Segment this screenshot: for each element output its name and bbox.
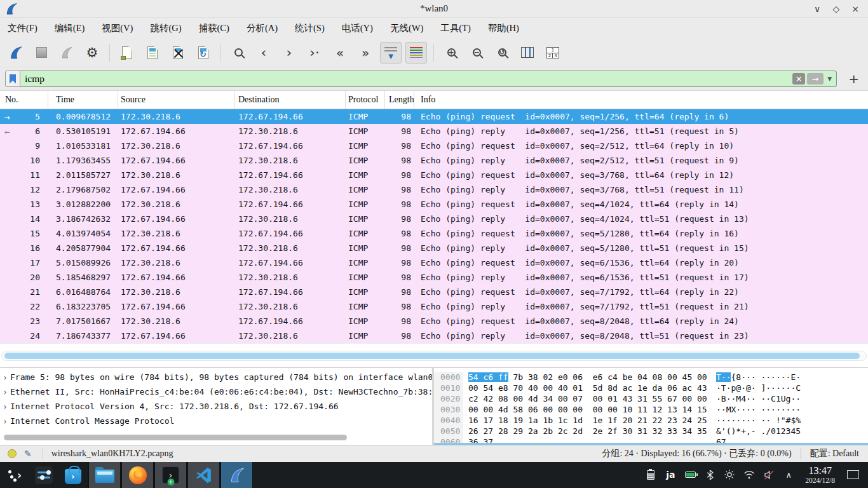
menu-item[interactable]: 分析(A) <box>247 22 278 34</box>
filter-apply-button[interactable]: ➞ <box>807 73 824 85</box>
auto-scroll-button[interactable]: ▼ <box>380 42 402 64</box>
column-header[interactable]: Time <box>48 91 118 109</box>
packet-row[interactable]: 24 7.186743377 172.67.194.66 172.30.218.… <box>0 329 868 343</box>
firefox-task-button[interactable] <box>121 462 154 488</box>
last-packet-button[interactable]: » <box>355 42 376 64</box>
clipboard-tray-icon[interactable] <box>644 470 658 480</box>
hex-row[interactable]: 0000 54 c6 ff 7b 38 02 e0 06 e6 c4 be 04… <box>434 372 868 383</box>
bluetooth-tray-icon[interactable] <box>703 470 717 480</box>
layout-button[interactable]: 123 <box>542 42 564 64</box>
packet-row[interactable]: 11 2.011585727 172.30.218.6 172.67.194.6… <box>0 168 868 182</box>
column-header[interactable]: Destination <box>235 91 346 109</box>
filter-input[interactable] <box>20 73 792 85</box>
maximize-button[interactable]: ◇ <box>831 4 841 14</box>
packet-row[interactable]: 22 6.183223705 172.67.194.66 172.30.218.… <box>0 299 868 314</box>
packet-row[interactable]: 15 4.013974054 172.30.218.6 172.67.194.6… <box>0 226 868 241</box>
go-back-button[interactable]: ‹ <box>253 42 275 64</box>
packet-row[interactable]: 9 1.010533181 172.30.218.6 172.67.194.66… <box>0 139 868 153</box>
capture-options-button[interactable]: ⚙ <box>81 42 103 64</box>
menu-item[interactable]: 统计(S) <box>295 22 325 34</box>
packet-row[interactable]: 10 1.179363455 172.67.194.66 172.30.218.… <box>0 153 868 168</box>
packet-row[interactable]: 23 7.017501667 172.30.218.6 172.67.194.6… <box>0 314 868 329</box>
expert-info-icon[interactable] <box>8 449 17 458</box>
file-manager-task-button[interactable] <box>88 462 121 488</box>
show-desktop-button[interactable] <box>847 470 859 479</box>
first-packet-button[interactable]: « <box>329 42 351 64</box>
app-launcher-button[interactable]: › <box>0 462 29 488</box>
column-header[interactable]: Source <box>118 91 235 109</box>
expander-icon[interactable]: › <box>0 372 10 383</box>
start-capture-button[interactable] <box>5 42 27 64</box>
expander-icon[interactable]: › <box>0 387 10 397</box>
capture-comment-icon[interactable]: ✎ <box>24 449 32 459</box>
minimize-button[interactable]: ∨ <box>812 4 822 14</box>
reload-file-button[interactable]: ↻ <box>193 42 214 64</box>
settings-app-button[interactable] <box>29 462 58 488</box>
zoom-in-button[interactable]: + <box>440 42 462 64</box>
hex-row[interactable]: 0060 36 37 67 <box>434 437 868 445</box>
menu-item[interactable]: 文件(F) <box>8 22 37 34</box>
packet-row[interactable]: 20 5.185468297 172.67.194.66 172.30.218.… <box>0 270 868 285</box>
packet-row[interactable]: → 5 0.009678512 172.30.218.6 172.67.194.… <box>0 109 868 124</box>
save-file-button[interactable] <box>142 42 163 64</box>
menu-item[interactable]: 跳转(G) <box>150 22 181 34</box>
filter-clear-button[interactable]: ✕ <box>792 73 805 85</box>
find-packet-button[interactable] <box>227 42 249 64</box>
menu-item[interactable]: 视图(V) <box>102 22 133 34</box>
packet-row[interactable]: 16 4.205877904 172.67.194.66 172.30.218.… <box>0 241 868 255</box>
hex-row[interactable]: 0020 c2 42 08 00 4d 34 00 07 00 01 43 31… <box>434 393 868 404</box>
close-file-button[interactable] <box>167 42 189 64</box>
detail-line[interactable]: › Internet Protocol Version 4, Src: 172.… <box>0 399 432 414</box>
battery-tray-icon[interactable] <box>683 471 697 478</box>
menu-item[interactable]: 帮助(H) <box>488 22 519 34</box>
packet-row[interactable]: 12 2.179687502 172.67.194.66 172.30.218.… <box>0 182 868 197</box>
wireshark-task-button[interactable] <box>220 462 253 488</box>
column-header[interactable]: Protocol <box>346 91 385 109</box>
column-header[interactable]: Length <box>385 91 414 109</box>
filter-bookmark-button[interactable] <box>5 71 20 87</box>
restart-capture-button[interactable] <box>56 42 78 64</box>
packet-row[interactable]: 13 3.012882200 172.30.218.6 172.67.194.6… <box>0 197 868 212</box>
capture-filename[interactable]: wireshark_wlan0KH7LY2.pcapng <box>42 449 173 459</box>
hex-row[interactable]: 0040 16 17 18 19 1a 1b 1c 1d 1e 1f 20 21… <box>434 415 868 426</box>
filter-dropdown-caret[interactable]: ▼ <box>825 76 834 82</box>
packet-row[interactable]: ← 6 0.530105191 172.67.194.66 172.30.218… <box>0 124 868 139</box>
detail-line[interactable]: › Ethernet II, Src: HonHaiPrecis_c4:be:0… <box>0 384 432 399</box>
expander-icon[interactable]: › <box>0 416 10 426</box>
horizontal-scrollbar[interactable] <box>1 351 867 361</box>
terminal-task-button[interactable]: ›+ <box>154 462 187 488</box>
brightness-tray-icon[interactable] <box>722 470 736 480</box>
input-method-indicator[interactable]: ja <box>663 470 677 480</box>
tray-expander-chevron[interactable]: ∧ <box>782 470 796 480</box>
packet-row[interactable]: 14 3.186742632 172.67.194.66 172.30.218.… <box>0 212 868 226</box>
wifi-tray-icon[interactable] <box>742 470 756 479</box>
close-button[interactable]: × <box>850 4 860 14</box>
zoom-reset-button[interactable]: ↺ <box>491 42 513 64</box>
stop-capture-button[interactable] <box>31 42 52 64</box>
menu-item[interactable]: 捕获(C) <box>199 22 229 34</box>
go-to-packet-button[interactable]: ›· <box>304 42 325 64</box>
hex-row[interactable]: 0010 00 54 e8 70 40 00 40 01 5d 8d ac 1e… <box>434 383 868 393</box>
filter-add-button[interactable]: + <box>842 71 863 86</box>
vscode-task-button[interactable] <box>187 462 220 488</box>
volume-muted-tray-icon[interactable] <box>762 470 776 480</box>
packet-row[interactable]: 21 6.016488764 172.30.218.6 172.67.194.6… <box>0 285 868 299</box>
colorize-button[interactable] <box>405 42 427 64</box>
discover-app-button[interactable]: › <box>58 462 88 488</box>
resize-columns-button[interactable] <box>517 42 538 64</box>
menu-item[interactable]: 无线(W) <box>390 22 423 34</box>
column-header[interactable]: No. <box>0 91 48 109</box>
open-file-button[interactable] <box>116 42 138 64</box>
go-forward-button[interactable]: › <box>278 42 300 64</box>
hex-row[interactable]: 0050 26 27 28 29 2a 2b 2c 2d 2e 2f 30 31… <box>434 426 868 437</box>
detail-line[interactable]: › Frame 5: 98 bytes on wire (784 bits), … <box>0 370 432 384</box>
zoom-out-button[interactable]: − <box>466 42 487 64</box>
clock[interactable]: 13:47 2024/12/8 <box>805 465 835 485</box>
profile-selector[interactable]: 配置: Default <box>801 448 868 459</box>
packet-row[interactable]: 17 5.015089926 172.30.218.6 172.67.194.6… <box>0 255 868 270</box>
hex-row[interactable]: 0030 00 00 4d 58 06 00 00 00 00 00 10 11… <box>434 404 868 415</box>
detail-line[interactable]: › Internet Control Message Protocol <box>0 414 432 428</box>
horizontal-scrollbar-thumb[interactable] <box>4 353 860 359</box>
menu-item[interactable]: 工具(T) <box>440 22 471 34</box>
column-header[interactable]: Info <box>414 91 868 109</box>
